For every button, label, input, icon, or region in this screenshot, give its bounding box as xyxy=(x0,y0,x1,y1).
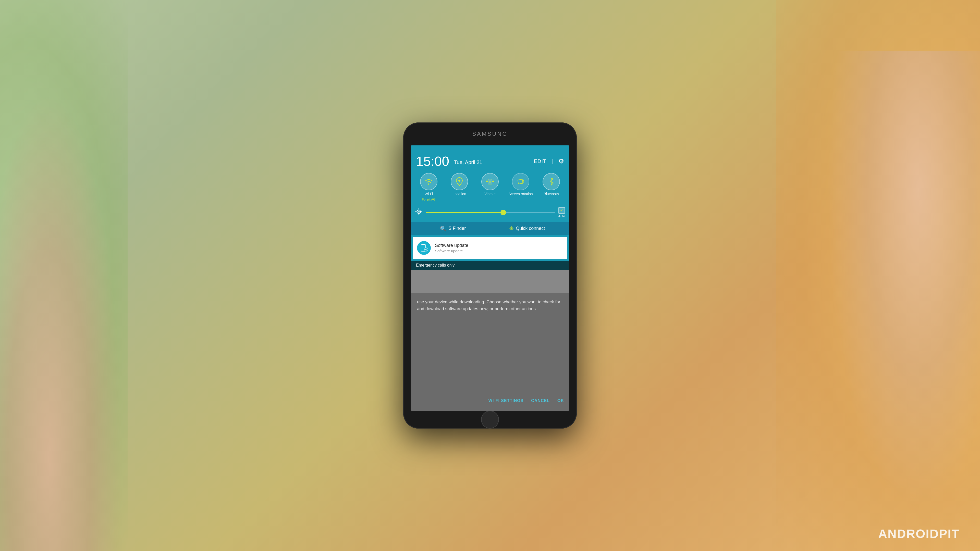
bluetooth-icon xyxy=(548,177,555,186)
quick-connect-label: Quick connect xyxy=(516,226,545,231)
dialog-buttons-row: WI-FI SETTINGS CANCEL OK xyxy=(411,396,569,406)
notification-title: Software update xyxy=(435,243,563,248)
software-update-icon xyxy=(420,244,428,252)
edit-button[interactable]: EDIT xyxy=(534,159,547,164)
emergency-calls-bar: Emergency calls only xyxy=(411,261,569,270)
phone-screen: 15:00 Tue, April 21 EDIT | ⚙ xyxy=(411,145,569,411)
auto-checkbox-box: ✓ xyxy=(558,207,565,214)
quick-connect-button[interactable]: ✳ Quick connect xyxy=(490,225,564,232)
bluetooth-toggle[interactable]: Bluetooth xyxy=(538,173,564,201)
panel-time: 15:00 xyxy=(416,155,449,168)
bluetooth-label: Bluetooth xyxy=(544,192,558,196)
auto-label: Auto xyxy=(558,214,565,218)
vibrate-icon-circle xyxy=(481,173,499,190)
wifi-label: Wi-Fi xyxy=(425,192,433,196)
svg-rect-8 xyxy=(518,179,523,184)
location-icon-circle xyxy=(451,173,468,190)
ok-button[interactable]: OK xyxy=(557,399,564,403)
quick-toggles-row: Wi-Fi Fonpit AG Location xyxy=(411,170,569,205)
content-area: use your device while downloading. Choos… xyxy=(411,293,569,411)
wifi-sublabel: Fonpit AG xyxy=(422,198,435,201)
wifi-icon-circle xyxy=(420,173,438,190)
notification-subtitle: Software update xyxy=(435,249,563,253)
wifi-icon xyxy=(424,178,433,185)
svg-text:A: A xyxy=(418,210,420,213)
notification-app-icon xyxy=(417,241,431,255)
screen-rotation-icon-circle xyxy=(512,173,529,190)
vibrate-icon xyxy=(485,178,495,186)
emergency-calls-text: Emergency calls only xyxy=(416,263,455,267)
s-finder-label: S Finder xyxy=(449,226,466,231)
dialog-body-text: use your device while downloading. Choos… xyxy=(417,300,560,311)
vibrate-toggle[interactable]: Vibrate xyxy=(477,173,503,201)
finder-row: 🔍 S Finder ✳ Quick connect xyxy=(411,222,569,235)
vibrate-label: Vibrate xyxy=(484,192,496,196)
wifi-toggle[interactable]: Wi-Fi Fonpit AG xyxy=(416,173,442,201)
auto-brightness-toggle[interactable]: ✓ Auto xyxy=(558,207,565,218)
brightness-slider[interactable] xyxy=(426,212,555,213)
hand-left xyxy=(0,92,123,551)
search-icon: 🔍 xyxy=(440,225,446,232)
samsung-logo: SAMSUNG xyxy=(472,130,508,137)
location-icon xyxy=(455,177,463,186)
location-label: Location xyxy=(453,192,466,196)
brightness-fill xyxy=(426,212,503,213)
screen-rotation-toggle[interactable]: Screen rotation xyxy=(508,173,533,201)
bluetooth-icon-circle xyxy=(542,173,560,190)
brightness-thumb xyxy=(501,210,506,215)
cancel-button[interactable]: CANCEL xyxy=(531,399,550,403)
phone-frame: SAMSUNG 15:00 Tue, April 21 EDIT | ⚙ xyxy=(403,122,577,429)
header-divider: | xyxy=(552,158,553,165)
screen-rotation-icon xyxy=(516,178,525,186)
s-finder-button[interactable]: 🔍 S Finder xyxy=(416,225,490,232)
notification-card[interactable]: Software update Software update xyxy=(413,237,567,259)
screen-rotation-label: Screen rotation xyxy=(509,192,533,196)
panel-date: Tue, April 21 xyxy=(452,159,531,165)
panel-header: 15:00 Tue, April 21 EDIT | ⚙ xyxy=(411,145,569,170)
settings-icon[interactable]: ⚙ xyxy=(558,157,564,165)
notification-content: Software update Software update xyxy=(435,243,563,253)
brightness-row: A ✓ Auto xyxy=(411,205,569,222)
hand-right xyxy=(827,51,980,510)
home-button[interactable] xyxy=(481,411,499,429)
phone-top-bezel: SAMSUNG xyxy=(403,122,577,145)
location-toggle[interactable]: Location xyxy=(447,173,472,201)
androidpit-watermark: ANDROIDPIT xyxy=(878,527,959,541)
quick-connect-icon: ✳ xyxy=(509,225,514,232)
brightness-icon: A xyxy=(415,208,423,217)
dialog-body: use your device while downloading. Choos… xyxy=(411,293,569,318)
notification-panel: 15:00 Tue, April 21 EDIT | ⚙ xyxy=(411,145,569,270)
svg-point-0 xyxy=(458,179,460,182)
phone-bottom-bezel xyxy=(403,411,577,429)
wifi-settings-button[interactable]: WI-FI SETTINGS xyxy=(488,399,524,403)
